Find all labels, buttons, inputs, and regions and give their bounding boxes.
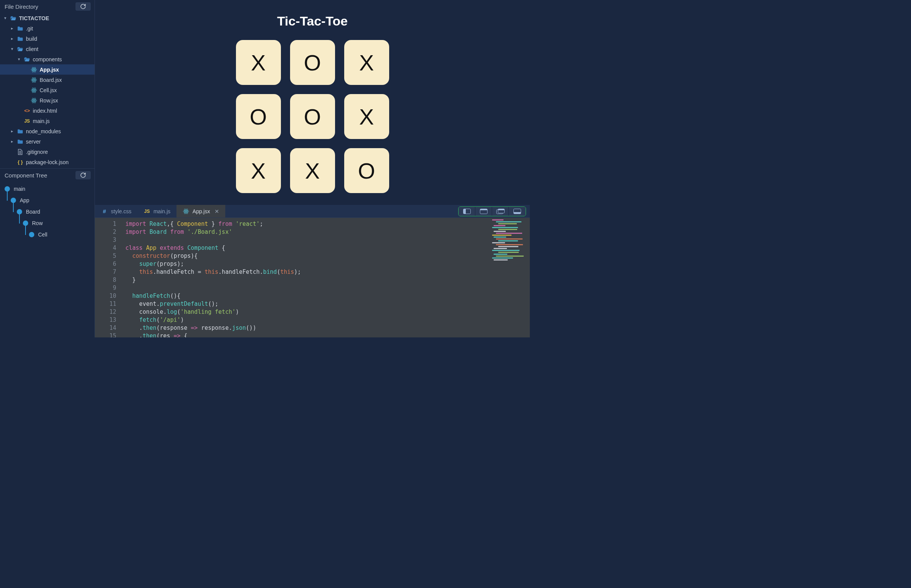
panel-single-icon (480, 209, 488, 214)
layout-bottom-button[interactable] (509, 207, 526, 216)
line-number: 2 (95, 228, 116, 236)
chevron-right-icon[interactable]: ▸ (10, 36, 15, 41)
board-cell[interactable]: X (236, 40, 281, 85)
node-dot-icon (5, 186, 10, 192)
editor-tab[interactable]: #style.css (95, 205, 138, 218)
file-tree-item[interactable]: Board.jsx (0, 74, 94, 85)
editor-tab[interactable]: App.jsx✕ (177, 205, 225, 218)
board-cell[interactable]: X (344, 40, 389, 85)
tictactoe-board: XOXOOXXXO (236, 40, 389, 193)
chevron-down-icon[interactable]: ▾ (3, 16, 8, 21)
node-dot-icon (17, 209, 22, 215)
react-icon (31, 77, 37, 83)
node-dot-icon (29, 232, 34, 237)
line-number: 12 (95, 308, 116, 316)
code-line: } (125, 276, 530, 284)
layout-split-left-button[interactable] (459, 207, 475, 216)
file-tree-item-label: Cell.jsx (40, 87, 94, 93)
file-tree-item[interactable]: ▸build (0, 34, 94, 44)
chevron-right-icon[interactable]: ▸ (10, 129, 15, 134)
component-tree-item[interactable]: Row (23, 218, 94, 229)
code-line: .then(response => response.json()) (125, 324, 530, 332)
component-tree-item[interactable]: App (11, 195, 94, 206)
code-editor: #style.cssJSmain.jsApp.jsx✕ (95, 205, 530, 338)
component-tree[interactable]: mainAppBoardRowCell (0, 182, 94, 244)
component-tree-header: Component Tree (0, 169, 94, 182)
chevron-right-icon[interactable]: ▸ (10, 139, 15, 144)
board-cell[interactable]: X (290, 148, 335, 193)
board-cell[interactable]: X (236, 148, 281, 193)
code-line: console.log('handling fetch') (125, 308, 530, 316)
component-tree-item-label: Cell (38, 231, 47, 237)
layout-single-button[interactable] (475, 207, 492, 216)
node-dot-icon (11, 198, 16, 203)
board-cell[interactable]: X (344, 94, 389, 139)
component-tree-title: Component Tree (5, 172, 47, 179)
file-tree-item-label: components (33, 57, 94, 63)
preview-title: Tic-Tac-Toe (277, 14, 348, 29)
line-number: 1 (95, 220, 116, 228)
code-line: this.handleFetch = this.handleFetch.bind… (125, 268, 530, 276)
board-cell[interactable]: O (236, 94, 281, 139)
line-number: 8 (95, 276, 116, 284)
file-tree-item[interactable]: ▾TICTACTOE (0, 13, 94, 23)
svg-point-0 (34, 69, 35, 70)
component-tree-item[interactable]: Cell (29, 229, 94, 240)
file-tree-item[interactable]: ▸node_modules (0, 126, 94, 136)
svg-point-4 (34, 79, 35, 80)
file-tree-item[interactable]: ▾client (0, 44, 94, 54)
code-content[interactable]: import React,{ Component } from 'react';… (122, 218, 530, 338)
file-tree-item[interactable]: JSmain.js (0, 116, 94, 126)
file-tree-item[interactable]: Row.jsx (0, 95, 94, 105)
main: Tic-Tac-Toe XOXOOXXXO #style.cssJSmain.j… (95, 0, 530, 338)
file-tree-item[interactable]: App.jsx (0, 65, 94, 74)
code-line: event.preventDefault(); (125, 300, 530, 308)
react-icon (31, 67, 37, 73)
file-tree-item[interactable]: .gitignore (0, 147, 94, 157)
code-line: super(props); (125, 260, 530, 268)
line-number: 4 (95, 244, 116, 252)
file-tree-item-label: TICTACTOE (19, 15, 94, 21)
close-tab-icon[interactable]: ✕ (215, 208, 219, 215)
layout-stack-button[interactable] (492, 207, 509, 216)
folder-icon (17, 129, 24, 134)
board-cell[interactable]: O (344, 148, 389, 193)
editor-layout-actions (458, 207, 526, 216)
file-tree-item-label: index.html (33, 108, 94, 114)
svg-point-16 (186, 211, 187, 212)
file-tree-item[interactable]: { }package-lock.json (0, 157, 94, 167)
file-tree-item-label: build (26, 36, 94, 42)
file-tree-item-label: main.js (33, 118, 94, 124)
file-tree-item[interactable]: ▾components (0, 54, 94, 65)
file-tree-item[interactable]: <>index.html (0, 105, 94, 116)
board-cell[interactable]: O (290, 94, 335, 139)
file-tree-item-label: Board.jsx (40, 77, 94, 83)
refresh-component-tree-button[interactable] (76, 171, 91, 179)
app-preview: Tic-Tac-Toe XOXOOXXXO (95, 0, 530, 205)
line-number: 15 (95, 332, 116, 338)
editor-tab[interactable]: JSmain.js (138, 205, 177, 218)
file-tree-item-label: server (26, 139, 94, 145)
js-icon: JS (24, 118, 31, 124)
file-tree[interactable]: ▾TICTACTOE▸.git▸build▾client▾componentsA… (0, 13, 94, 168)
file-tree-item[interactable]: ▸.git (0, 23, 94, 34)
refresh-file-tree-button[interactable] (76, 2, 91, 11)
chevron-right-icon[interactable]: ▸ (10, 26, 15, 31)
file-directory-header: File Directory (0, 0, 94, 13)
chevron-down-icon[interactable]: ▾ (10, 47, 15, 52)
component-tree-item-label: Row (32, 220, 43, 226)
file-icon (17, 149, 24, 155)
refresh-icon (80, 3, 86, 10)
line-number: 14 (95, 324, 116, 332)
file-tree-item[interactable]: ▸server (0, 136, 94, 147)
component-tree-item[interactable]: Board (17, 206, 94, 218)
component-tree-item[interactable]: main (5, 183, 94, 195)
chevron-down-icon[interactable]: ▾ (17, 57, 21, 62)
code-line: import Board from './Board.jsx' (125, 228, 530, 236)
board-cell[interactable]: O (290, 40, 335, 85)
file-tree-item[interactable]: Cell.jsx (0, 85, 94, 95)
code-line (125, 236, 530, 244)
js-icon: JS (144, 209, 151, 214)
code-area[interactable]: 123456789101112131415 import React,{ Com… (95, 218, 530, 338)
hash-icon: # (101, 208, 108, 215)
